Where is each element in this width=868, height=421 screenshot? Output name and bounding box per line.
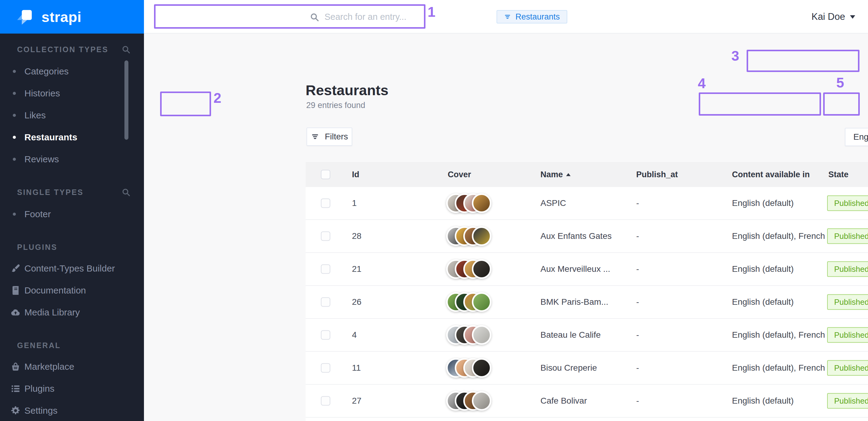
sidebar-item-settings[interactable]: Settings [0, 400, 144, 421]
annotation-label-1: 1 [428, 5, 436, 19]
sidebar-item-footer[interactable]: Footer [0, 203, 144, 225]
table-row[interactable]: 28Aux Enfants Gates-English (default), F… [306, 220, 868, 253]
cell-cover [446, 391, 491, 411]
cell-cover [446, 325, 491, 345]
table-row[interactable]: 21Aux Merveilleux ...-English (default)P… [306, 253, 868, 286]
table-row[interactable]: 11Bisou Creperie-English (default), Fren… [306, 352, 868, 385]
page-title: Restaurants [306, 82, 389, 98]
column-header-name[interactable]: Name [540, 170, 570, 179]
table-row[interactable]: 27Cafe Bolivar-English (default)Publishe… [306, 385, 868, 418]
sidebar: strapi COLLECTION TYPESCategoriesHistori… [0, 0, 144, 421]
locale-select[interactable]: English [845, 128, 868, 146]
cell-name: ASPIC [540, 198, 566, 208]
row-checkbox[interactable] [321, 363, 330, 373]
sidebar-item-plugins[interactable]: Plugins [0, 378, 144, 400]
column-header-id[interactable]: Id [352, 170, 359, 179]
cover-image [472, 391, 491, 411]
sidebar-item-content-types-builder[interactable]: Content-Types Builder [0, 258, 144, 279]
annotation-label-4: 4 [698, 76, 706, 90]
filters-button[interactable]: Filters [307, 127, 352, 146]
search-icon[interactable] [121, 188, 130, 197]
cell-publish-at: - [636, 264, 639, 274]
annotation-label-5: 5 [836, 76, 844, 90]
cell-content-available-in: English (default) [732, 297, 794, 307]
row-checkbox[interactable] [321, 330, 330, 340]
sidebar-section-title: PLUGINS [17, 243, 130, 252]
column-header-content[interactable]: Content available in [732, 170, 810, 179]
sidebar-item-reviews[interactable]: Reviews [0, 148, 144, 170]
column-header-publish_at[interactable]: Publish_at [636, 170, 678, 179]
annotation-label-2: 2 [214, 91, 221, 105]
sidebar-item-label: Reviews [24, 154, 59, 164]
row-checkbox[interactable] [321, 297, 330, 307]
paintbrush-icon [10, 263, 21, 274]
search-icon[interactable] [121, 45, 130, 54]
sidebar-section-header: SINGLE TYPES [0, 185, 144, 199]
cover-image [472, 193, 491, 213]
sidebar-section-header: PLUGINS [0, 240, 144, 254]
cell-cover [446, 193, 491, 213]
sidebar-scrollbar[interactable] [124, 60, 128, 140]
cell-name: Cafe Bolivar [540, 396, 587, 406]
sidebar-section-collection-types: COLLECTION TYPESCategoriesHistoriesLikes… [0, 43, 144, 170]
search-filter-chip[interactable]: Restaurants [497, 10, 567, 24]
cell-id: 21 [352, 264, 362, 274]
cell-publish-at: - [636, 297, 639, 307]
sidebar-item-media-library[interactable]: Media Library [0, 301, 144, 323]
cloud-upload-icon [10, 307, 21, 318]
cell-content-available-in: English (default), French [732, 330, 825, 340]
status-badge: Published [827, 229, 868, 244]
table-row[interactable]: 26BMK Paris-Bam...-English (default)Publ… [306, 286, 868, 319]
search-icon [310, 12, 319, 22]
cell-id: 4 [352, 330, 357, 340]
cell-name: Bateau le Calife [540, 330, 601, 340]
sidebar-section-header: COLLECTION TYPES [0, 43, 144, 56]
filter-icon [311, 132, 319, 141]
strapi-logo-icon [17, 8, 34, 25]
cell-content-available-in: English (default), French [732, 231, 825, 241]
filter-icon [504, 13, 511, 21]
sidebar-section-title: COLLECTION TYPES [17, 45, 121, 54]
search-input[interactable] [324, 8, 489, 25]
sidebar-section-plugins: PLUGINSContent-Types BuilderDocumentatio… [0, 240, 144, 323]
status-badge: Published [827, 262, 868, 277]
cell-cover [446, 227, 491, 246]
table-row[interactable]: 4Bateau le Calife-English (default), Fre… [306, 319, 868, 352]
cell-publish-at: - [636, 330, 639, 340]
cell-id: 1 [352, 198, 357, 208]
bullet-icon [13, 158, 16, 161]
row-checkbox[interactable] [321, 199, 330, 208]
column-header-cover[interactable]: Cover [448, 170, 471, 179]
cell-name: BMK Paris-Bam... [540, 297, 608, 307]
strapi-logo[interactable]: strapi [0, 0, 144, 34]
column-header-state[interactable]: State [828, 170, 848, 179]
table-row[interactable]: 1ASPIC-English (default)Published [306, 187, 868, 220]
sidebar-item-categories[interactable]: Categories [0, 60, 144, 82]
row-checkbox[interactable] [321, 265, 330, 274]
list-icon [10, 384, 21, 394]
cover-image [472, 292, 491, 312]
cell-name: Aux Merveilleux ... [540, 264, 610, 274]
sidebar-item-marketplace[interactable]: Marketplace [0, 356, 144, 378]
cell-cover [446, 259, 491, 279]
table-row[interactable]: 3Can Alegria Paris-English (default)Publ… [306, 418, 868, 421]
basket-icon [10, 362, 21, 372]
column-header-label: Cover [448, 170, 471, 179]
sidebar-item-restaurants[interactable]: Restaurants [0, 126, 144, 148]
status-badge: Published [827, 360, 868, 376]
row-checkbox[interactable] [321, 232, 330, 241]
sidebar-section-general: GENERALMarketplacePluginsSettings [0, 339, 144, 421]
sidebar-section-single-types: SINGLE TYPESFooter [0, 185, 144, 225]
status-badge: Published [827, 294, 868, 310]
sidebar-item-likes[interactable]: Likes [0, 104, 144, 126]
row-checkbox[interactable] [321, 396, 330, 406]
sidebar-section-title: GENERAL [17, 341, 130, 350]
cell-name: Aux Enfants Gates [540, 231, 612, 241]
sidebar-item-histories[interactable]: Histories [0, 82, 144, 104]
cover-image [472, 259, 491, 279]
user-menu[interactable]: Kai Doe [812, 0, 855, 34]
sidebar-item-documentation[interactable]: Documentation [0, 279, 144, 301]
gear-icon [10, 405, 21, 416]
select-all-checkbox[interactable] [321, 170, 330, 179]
sidebar-item-label: Documentation [24, 285, 86, 296]
